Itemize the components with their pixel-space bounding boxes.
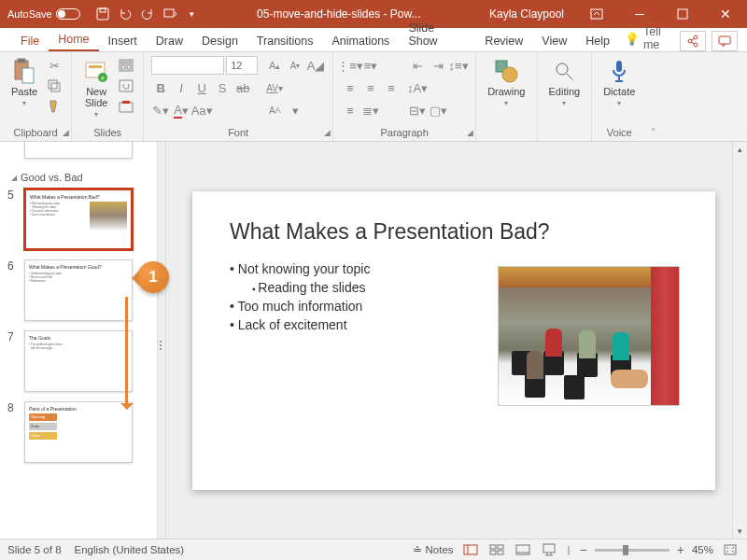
redo-icon[interactable] xyxy=(140,7,155,21)
slide-content[interactable]: What Makes a Presentation Bad? Not knowi… xyxy=(192,191,715,490)
panel-splitter[interactable] xyxy=(157,142,166,539)
columns-icon[interactable]: ≣▾ xyxy=(361,101,380,119)
slide-title: What Makes a Presentation Bad? xyxy=(230,219,678,245)
svg-rect-11 xyxy=(22,68,34,83)
svg-rect-8 xyxy=(719,36,730,44)
tab-animations[interactable]: Animations xyxy=(323,31,400,51)
scroll-down-icon[interactable]: ▾ xyxy=(733,524,747,539)
slideshow-view-icon[interactable] xyxy=(540,542,558,557)
zoom-level[interactable]: 45% xyxy=(692,544,713,555)
slide-thumbnails-panel: 4 What kinds of PowerPoints can the mess… xyxy=(0,142,157,539)
char-spacing-icon[interactable]: AV▾ xyxy=(265,78,284,97)
copy-icon[interactable] xyxy=(45,77,63,95)
fit-to-window-icon[interactable] xyxy=(721,542,740,557)
align-text-icon[interactable]: ⊟▾ xyxy=(408,101,427,119)
paste-button[interactable]: Paste ▾ xyxy=(7,56,41,109)
align-left-icon[interactable]: ≡ xyxy=(341,78,359,97)
ribbon-options-icon[interactable] xyxy=(575,0,618,28)
save-icon[interactable] xyxy=(95,7,110,21)
increase-font-icon[interactable]: A▴ xyxy=(265,56,284,75)
maximize-icon[interactable] xyxy=(661,0,704,28)
cut-icon[interactable]: ✂ xyxy=(45,56,63,75)
vertical-scrollbar[interactable]: ▴ ▾ xyxy=(732,142,747,539)
user-name[interactable]: Kayla Claypool xyxy=(478,7,575,21)
dialog-launcher-icon[interactable]: ◢ xyxy=(63,128,69,137)
tab-view[interactable]: View xyxy=(532,31,576,51)
change-case-icon[interactable]: Aa▾ xyxy=(192,101,211,119)
minimize-icon[interactable]: ─ xyxy=(618,0,661,28)
decrease-font-icon[interactable]: A▾ xyxy=(286,56,304,75)
font-color-icon[interactable]: A▾ xyxy=(172,101,190,119)
comments-button[interactable] xyxy=(712,31,738,51)
reset-icon[interactable] xyxy=(117,77,135,95)
notes-button[interactable]: ≐ Notes xyxy=(413,543,453,556)
zoom-in-icon[interactable]: + xyxy=(677,542,684,557)
decrease-indent-icon[interactable]: ⇤ xyxy=(408,56,427,75)
slide-counter[interactable]: Slide 5 of 8 xyxy=(7,544,62,555)
tab-help[interactable]: Help xyxy=(576,31,619,51)
section-icon[interactable] xyxy=(117,97,135,116)
dialog-launcher-icon[interactable]: ◢ xyxy=(324,128,331,137)
tell-me-search[interactable]: 💡 Tell me xyxy=(625,25,680,51)
format-painter-icon[interactable] xyxy=(45,97,63,116)
tab-insert[interactable]: Insert xyxy=(99,31,147,51)
tab-draw[interactable]: Draw xyxy=(147,31,192,51)
thumbnail-slide-7[interactable]: 7 The Goals• The audience goes home with… xyxy=(7,330,149,392)
tab-home[interactable]: Home xyxy=(49,29,98,51)
qat-dropdown-icon[interactable]: ▾ xyxy=(185,7,200,21)
normal-view-icon[interactable] xyxy=(461,542,480,557)
bullets-icon[interactable]: ⋮≡▾ xyxy=(341,56,359,75)
close-icon[interactable]: ✕ xyxy=(704,0,747,28)
increase-indent-icon[interactable]: ⇥ xyxy=(429,56,447,75)
numbering-icon[interactable]: ≡▾ xyxy=(361,56,380,75)
start-from-beginning-icon[interactable] xyxy=(162,7,177,21)
align-center-icon[interactable]: ≡ xyxy=(361,78,380,97)
thumbnail-slide-5[interactable]: 5 What Makes a Presentation Bad?• Not kn… xyxy=(7,189,149,250)
sorter-view-icon[interactable] xyxy=(487,542,506,557)
underline-button[interactable]: U xyxy=(192,78,211,97)
tab-review[interactable]: Review xyxy=(475,31,532,51)
zoom-out-icon[interactable]: − xyxy=(580,542,587,557)
dialog-launcher-icon[interactable]: ◢ xyxy=(467,128,473,137)
line-spacing-icon[interactable]: ↕≡▾ xyxy=(449,56,468,75)
svg-rect-2 xyxy=(164,9,174,17)
align-right-icon[interactable]: ≡ xyxy=(382,78,401,97)
tab-transitions[interactable]: Transitions xyxy=(247,31,323,51)
shadow-button[interactable]: S xyxy=(213,78,232,97)
svg-rect-35 xyxy=(490,551,496,554)
share-button[interactable] xyxy=(680,31,706,51)
clear-format-icon[interactable]: A◢ xyxy=(306,56,325,75)
font-family-dropdown[interactable] xyxy=(151,56,224,75)
tab-file[interactable]: File xyxy=(11,31,49,51)
svg-rect-13 xyxy=(51,83,60,91)
font-size-dropdown[interactable]: 12 xyxy=(226,56,258,75)
scroll-up-icon[interactable]: ▴ xyxy=(733,142,747,157)
layout-icon[interactable] xyxy=(117,56,135,75)
autosave-toggle[interactable]: AutoSave xyxy=(7,8,80,20)
bold-button[interactable]: B xyxy=(151,78,170,97)
text-direction-icon[interactable]: ↕A▾ xyxy=(408,78,427,97)
justify-icon[interactable]: ≡ xyxy=(341,101,359,119)
language-indicator[interactable]: English (United States) xyxy=(75,544,185,555)
collapse-ribbon-icon[interactable]: ˄ xyxy=(646,52,659,141)
italic-button[interactable]: I xyxy=(172,78,190,97)
drawing-dropdown[interactable]: Drawing ▾ xyxy=(484,56,529,109)
new-slide-button[interactable]: + New Slide ▾ xyxy=(79,56,113,120)
thumbnail-slide-4[interactable]: 4 What kinds of PowerPoints can the mess… xyxy=(7,142,149,159)
reading-view-icon[interactable] xyxy=(514,542,532,557)
strikethrough-button[interactable]: ab xyxy=(233,78,252,97)
superscript-icon[interactable]: AA xyxy=(265,101,284,119)
svg-rect-40 xyxy=(725,545,736,554)
thumbnail-slide-6[interactable]: 6 What Makes a Presentation Good?• Under… xyxy=(7,259,149,321)
editing-dropdown[interactable]: Editing ▾ xyxy=(545,56,585,109)
svg-rect-34 xyxy=(498,545,503,549)
undo-icon[interactable] xyxy=(118,7,133,21)
smartart-icon[interactable]: ▢▾ xyxy=(429,101,447,119)
dictate-button[interactable]: Dictate ▾ xyxy=(599,56,639,109)
zoom-slider[interactable] xyxy=(595,549,669,552)
tab-design[interactable]: Design xyxy=(192,31,247,51)
subscript-icon[interactable]: ▾ xyxy=(286,101,304,119)
highlight-icon[interactable]: ✎▾ xyxy=(151,101,170,119)
section-header[interactable]: Good vs. Bad xyxy=(7,168,149,189)
tab-slideshow[interactable]: Slide Show xyxy=(399,18,475,51)
